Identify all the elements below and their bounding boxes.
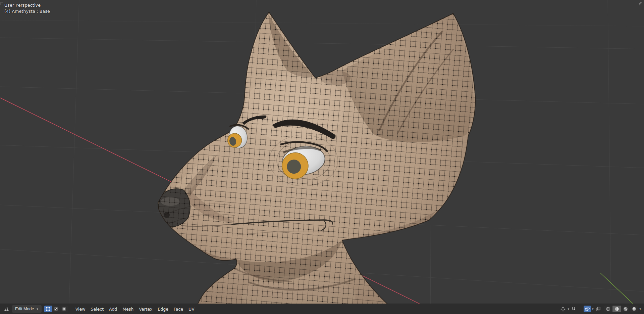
wireframe-shading-button[interactable] <box>604 306 612 312</box>
viewport-canvas[interactable] <box>0 0 644 314</box>
toggle-xray-icon <box>596 307 601 312</box>
chevron-down-icon[interactable]: ▾ <box>639 308 641 311</box>
vertex-select-button[interactable] <box>44 306 52 312</box>
solid-shading-button[interactable] <box>612 306 621 312</box>
header-menus: View Select Add Mesh Vertex Edge Face UV <box>73 305 197 313</box>
snapping-button[interactable] <box>570 306 578 312</box>
viewport-header: Edit Mode ▾ <box>0 304 644 314</box>
menu-select[interactable]: Select <box>88 305 106 313</box>
menu-view[interactable]: View <box>73 305 88 313</box>
blender-window: User Perspective (4) Amethysta : Base Ed… <box>0 0 644 314</box>
face-select-button[interactable] <box>60 306 68 312</box>
chevron-down-icon[interactable]: ▾ <box>567 308 570 311</box>
solid-shading-icon <box>614 307 619 311</box>
wireframe-shading-icon <box>606 307 610 311</box>
rendered-shading-icon <box>632 307 637 311</box>
viewport-controls: ▾ ▾ <box>559 306 641 312</box>
menu-add[interactable]: Add <box>106 305 120 313</box>
select-mode-group <box>44 306 68 312</box>
show-gizmo-icon <box>560 307 566 312</box>
object-label: (4) Amethysta : Base <box>4 9 50 14</box>
snapping-magnet-icon <box>571 307 576 312</box>
mode-dropdown-label: Edit Mode <box>15 307 34 311</box>
editor-type-button[interactable] <box>3 306 10 312</box>
show-overlays-button[interactable] <box>584 306 591 312</box>
xray-toggle-button[interactable] <box>594 306 602 312</box>
shading-mode-group <box>604 306 638 312</box>
rendered-shading-button[interactable] <box>630 306 638 312</box>
chevron-down-icon: ▾ <box>36 308 39 311</box>
chevron-down-icon[interactable]: ▾ <box>592 308 594 311</box>
mode-dropdown[interactable]: Edit Mode ▾ <box>12 305 42 313</box>
material-preview-shading-icon <box>623 307 628 311</box>
menu-vertex[interactable]: Vertex <box>136 305 155 313</box>
edge-select-icon <box>54 307 58 311</box>
perspective-label: User Perspective <box>4 3 41 8</box>
show-overlays-icon <box>585 307 590 311</box>
show-gizmo-button[interactable] <box>559 306 567 312</box>
menu-mesh[interactable]: Mesh <box>120 305 136 313</box>
vertex-select-icon <box>46 307 50 311</box>
material-preview-button[interactable] <box>621 306 630 312</box>
menu-face[interactable]: Face <box>171 305 186 313</box>
menu-uv[interactable]: UV <box>186 305 197 313</box>
3d-viewport-editor-icon <box>4 307 9 312</box>
menu-edge[interactable]: Edge <box>155 305 171 313</box>
edge-select-button[interactable] <box>52 306 60 312</box>
editor-corner-handle[interactable] <box>0 2 4 5</box>
face-select-icon <box>62 307 66 311</box>
editor-corner-handle[interactable] <box>639 2 643 6</box>
